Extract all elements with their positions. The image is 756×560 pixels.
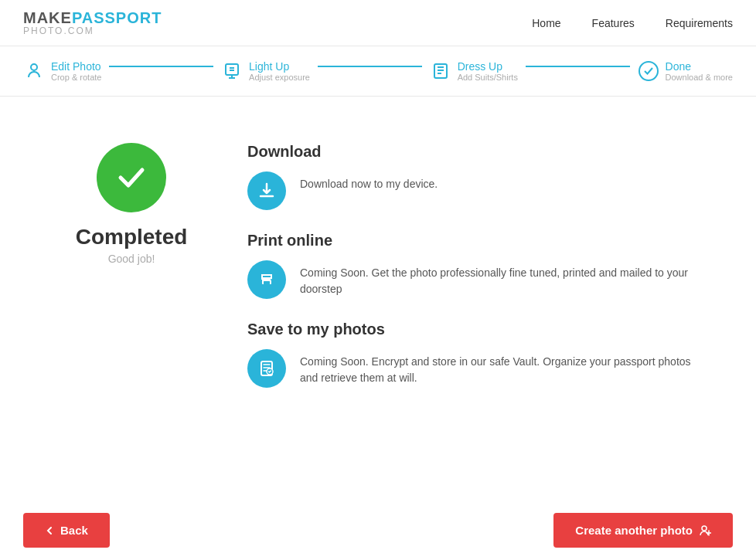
save-button[interactable] [247, 349, 286, 388]
step-edit-photo-sub: Crop & rotate [51, 73, 101, 82]
completed-title: Completed [76, 225, 188, 249]
download-button[interactable] [247, 171, 286, 210]
save-title: Save to my photos [247, 321, 694, 338]
step-edit-photo-label: Edit Photo [51, 60, 101, 73]
print-title: Print online [247, 232, 694, 249]
done-icon [638, 60, 659, 82]
main-content: Completed Good job! Download Download no… [0, 97, 756, 456]
step-light-up-label: Light Up [249, 60, 310, 73]
dress-icon [430, 60, 451, 82]
back-label: Back [60, 524, 88, 537]
download-group: Download Download now to my device. [247, 143, 694, 210]
actions-section: Download Download now to my device. Prin… [247, 143, 694, 409]
step-dress-up-sub: Add Suits/Shirts [458, 73, 518, 82]
person-add-icon [699, 524, 711, 537]
step-line-3 [526, 66, 630, 67]
svg-point-13 [271, 279, 272, 280]
step-dress-up: Dress Up Add Suits/Shirts [430, 60, 518, 82]
download-title: Download [247, 143, 694, 161]
progress-steps: Edit Photo Crop & rotate Light Up Adjust… [0, 46, 756, 97]
step-light-up: Light Up Adjust exposure [221, 60, 310, 82]
header: MAKEPASSPORT PHOTO.COM Home Features Req… [0, 0, 756, 46]
print-button[interactable] [247, 260, 286, 299]
svg-rect-12 [264, 281, 270, 284]
nav-home[interactable]: Home [532, 17, 560, 29]
logo-passport: PASSPORT [72, 9, 162, 26]
step-done: Done Download & more [638, 60, 733, 82]
svg-point-0 [31, 64, 37, 70]
create-another-button[interactable]: Create another photo [553, 513, 733, 548]
step-done-sub: Download & more [666, 73, 733, 82]
print-group: Print online Coming Soon. Get the photo … [247, 232, 694, 299]
download-description: Download now to my device. [300, 171, 438, 192]
person-icon [23, 60, 45, 82]
logo: MAKEPASSPORT PHOTO.COM [23, 9, 162, 36]
chevron-left-icon [45, 526, 54, 535]
create-label: Create another photo [575, 524, 693, 537]
nav-features[interactable]: Features [592, 17, 635, 29]
svg-point-10 [639, 62, 658, 80]
step-edit-photo: Edit Photo Crop & rotate [23, 60, 101, 82]
save-description: Coming Soon. Encrypt and store in our sa… [300, 349, 694, 386]
step-line-2 [318, 66, 422, 67]
step-line-1 [109, 66, 213, 67]
save-group: Save to my photos Coming Soon. Encrypt a… [247, 321, 694, 388]
light-icon [221, 60, 243, 82]
nav-requirements[interactable]: Requirements [666, 17, 733, 29]
print-description: Coming Soon. Get the photo professionall… [300, 260, 694, 297]
logo-photo: PHOTO.COM [23, 26, 162, 36]
footer: Back Create another photo [0, 501, 756, 560]
completed-subtitle: Good job! [108, 253, 155, 265]
back-button[interactable]: Back [23, 513, 110, 548]
step-dress-up-label: Dress Up [458, 60, 518, 73]
step-done-label: Done [666, 60, 733, 73]
completed-section: Completed Good job! [62, 143, 201, 265]
completed-check-circle [97, 143, 166, 212]
nav: Home Features Requirements [532, 17, 733, 29]
step-light-up-sub: Adjust exposure [249, 73, 310, 82]
logo-make: MAKE [23, 9, 72, 26]
svg-point-16 [702, 526, 707, 531]
